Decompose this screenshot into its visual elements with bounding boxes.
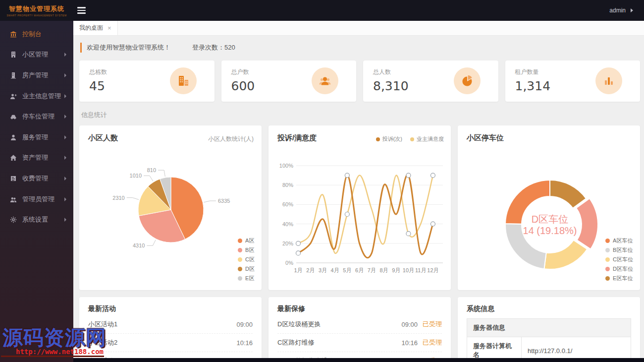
- svg-text:11月: 11月: [415, 267, 426, 273]
- building-icon: [10, 51, 17, 58]
- sidebar-item-label: 管理员管理: [22, 195, 54, 204]
- svg-text:810: 810: [147, 167, 156, 173]
- latest-repairs-card: 最新保修 D区垃圾桶更换 09:00已受理 C区路灯维修 10:16已受理 A区…: [268, 297, 451, 362]
- section-title: 信息统计: [81, 111, 640, 120]
- chevron-right-icon: [64, 94, 66, 98]
- svg-text:20%: 20%: [282, 241, 293, 246]
- legend-item[interactable]: 投诉(次): [376, 135, 402, 143]
- svg-text:9月: 9月: [392, 267, 400, 273]
- list-item: 小区活动2 10:16: [88, 334, 253, 352]
- user-menu[interactable]: admin: [609, 7, 633, 14]
- donut-legend: A区车位 B区车位 C区车位 D区车位 E区车位: [605, 235, 633, 284]
- svg-text:2月: 2月: [306, 267, 315, 273]
- sidebar-item-label: 停车位管理: [22, 112, 54, 121]
- sidebar-item-assets[interactable]: 资产管理: [0, 148, 73, 169]
- person-icon: [10, 134, 17, 141]
- app-logo: 智慧物业管理系统 SMART PROPERTY MANAGEMENT SYSTE…: [0, 4, 73, 17]
- list-item: 小区活动1 09:00: [88, 315, 253, 334]
- sidebar-item-owner-info[interactable]: 业主信息管理: [0, 86, 73, 107]
- line-chart-card: 投诉/满意度 投诉(次) 业主满意度 0%20%40%60%80%100%1月2…: [268, 125, 451, 290]
- stat-card-households: 总户数 600: [221, 60, 357, 102]
- population-pie-chart: 6335431023101010810: [79, 125, 261, 290]
- chevron-right-icon: [64, 53, 66, 57]
- caret-right-icon: [631, 8, 633, 12]
- legend-item[interactable]: C区车位: [605, 256, 633, 263]
- stats-row: 总栋数 45 总户数 600 总人数 8,310: [79, 60, 640, 102]
- chart-title: 小区人数: [88, 133, 118, 143]
- chevron-right-icon: [64, 218, 66, 222]
- pie-icon: [454, 67, 481, 94]
- tab-label: 我的桌面: [79, 24, 103, 32]
- list-item: C区路灯维修 10:16已受理: [277, 334, 442, 352]
- people-icon: [10, 196, 17, 203]
- chart-subtitle: 小区人数统计(人): [208, 135, 254, 143]
- legend-item[interactable]: A区车位: [605, 237, 633, 244]
- legend-item[interactable]: A区: [238, 237, 255, 244]
- chart-title: 小区停车位: [467, 133, 504, 143]
- tab-my-desktop[interactable]: 我的桌面 ×: [73, 21, 118, 35]
- sidebar-item-billing[interactable]: 收费管理: [0, 168, 73, 189]
- card-title: 系统信息: [467, 304, 631, 313]
- chevron-right-icon: [64, 156, 66, 160]
- sidebar-item-settings[interactable]: 系统设置: [0, 209, 73, 230]
- sidebar-nav: 控制台 小区管理 房产管理 业主信息管理 停车位管理 服务管理: [0, 21, 73, 362]
- system-info-card: 系统信息 服务器信息 服务器计算机名 http://127.0.0.1/: [458, 297, 640, 362]
- legend-item[interactable]: C区: [238, 256, 255, 263]
- svg-text:1010: 1010: [130, 173, 142, 179]
- chevron-right-icon: [64, 177, 66, 181]
- chevron-right-icon: [64, 197, 66, 201]
- sidebar-item-admins[interactable]: 管理员管理: [0, 189, 73, 210]
- legend-item[interactable]: B区车位: [605, 246, 633, 254]
- legend-item[interactable]: B区: [238, 246, 255, 254]
- house-building-icon: [10, 72, 17, 79]
- legend-item[interactable]: 业主满意度: [410, 135, 444, 143]
- sidebar-item-service[interactable]: 服务管理: [0, 127, 73, 148]
- chevron-right-icon: [64, 135, 66, 139]
- legend-item[interactable]: D区车位: [605, 265, 633, 273]
- svg-text:60%: 60%: [282, 201, 293, 207]
- buildings-icon: [170, 67, 197, 94]
- sidebar-item-label: 小区管理: [22, 50, 48, 59]
- svg-text:4月: 4月: [331, 267, 339, 273]
- users-icon: [312, 67, 338, 94]
- logo-subtitle: SMART PROPERTY MANAGEMENT SYSTEM: [0, 14, 73, 17]
- sidebar-item-console[interactable]: 控制台: [0, 24, 73, 45]
- welcome-banner: 欢迎使用智慧物业管理系统！ 登录次数：520: [80, 43, 640, 53]
- sidebar-item-label: 控制台: [22, 30, 42, 39]
- bank-icon: [10, 31, 17, 38]
- sidebar-item-community[interactable]: 小区管理: [0, 45, 73, 65]
- legend-item[interactable]: D区: [238, 265, 255, 273]
- chevron-right-icon: [64, 115, 66, 119]
- bottom-row: 最新活动 小区活动1 09:00 小区活动2 10:16 小区活动3 08:22: [79, 297, 640, 362]
- sidebar-item-label: 业主信息管理: [22, 92, 61, 101]
- svg-text:5月: 5月: [343, 267, 351, 273]
- menu-toggle-icon[interactable]: [77, 4, 90, 17]
- svg-text:40%: 40%: [282, 221, 293, 227]
- svg-text:6月: 6月: [355, 267, 364, 273]
- sidebar-item-parking[interactable]: 停车位管理: [0, 106, 73, 127]
- top-header: 智慧物业管理系统 SMART PROPERTY MANAGEMENT SYSTE…: [0, 0, 644, 21]
- sidebar-item-label: 房产管理: [22, 71, 48, 80]
- donut-chart-card: 小区停车位 D区车位14 (19.18%) A区车位 B区车位 C区车位 D区车…: [458, 125, 640, 290]
- home-icon: [10, 154, 17, 161]
- close-icon[interactable]: ×: [107, 24, 111, 32]
- card-title: 最新活动: [88, 304, 253, 313]
- svg-text:1月: 1月: [294, 267, 302, 273]
- sidebar-item-label: 资产管理: [22, 153, 48, 162]
- svg-text:3月: 3月: [319, 267, 327, 273]
- sidebar-item-property[interactable]: 房产管理: [0, 65, 73, 86]
- legend-item[interactable]: E区: [238, 275, 255, 282]
- latest-activities-card: 最新活动 小区活动1 09:00 小区活动2 10:16 小区活动3 08:22: [79, 297, 262, 362]
- login-count: 登录次数：520: [192, 43, 235, 52]
- chart-title: 投诉/满意度: [277, 133, 317, 143]
- svg-text:80%: 80%: [282, 182, 293, 188]
- chevron-right-icon: [64, 73, 66, 77]
- svg-text:100%: 100%: [279, 163, 293, 169]
- legend-item[interactable]: E区车位: [605, 275, 633, 282]
- tab-bar: 我的桌面 ×: [73, 21, 644, 36]
- bottom-dark-bar: [73, 358, 644, 362]
- bar-chart-icon: [595, 67, 622, 94]
- list-item: D区垃圾桶更换 09:00已受理: [277, 315, 442, 334]
- svg-text:4310: 4310: [133, 242, 145, 248]
- svg-text:7月: 7月: [368, 267, 376, 273]
